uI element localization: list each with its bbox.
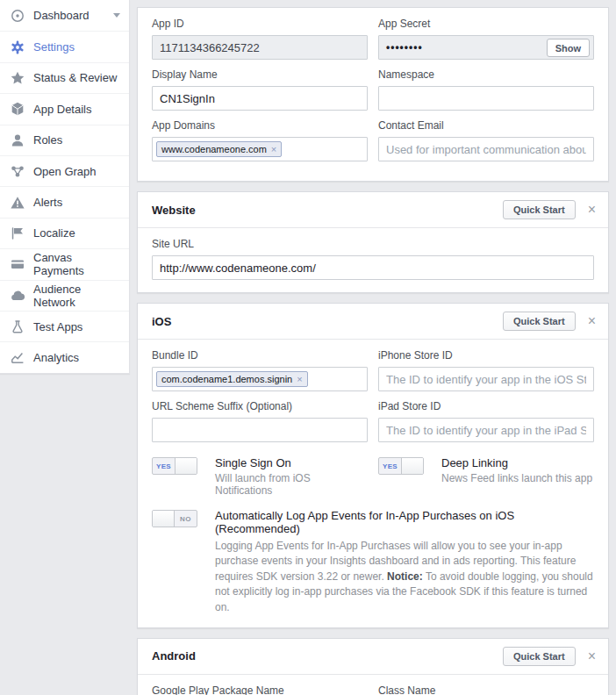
sidebar-item-open-graph[interactable]: Open Graph [0, 155, 129, 186]
close-icon[interactable]: × [588, 203, 596, 217]
toggle-knob [175, 458, 197, 474]
app-domain-token: www.codenameone.com× [156, 141, 282, 157]
sidebar-item-audience-network[interactable]: Audience Network [0, 280, 129, 311]
app-domains-label: App Domains [152, 119, 368, 132]
sidebar-item-label: Test Apps [33, 320, 82, 333]
ios-quick-start-button[interactable]: Quick Start [503, 312, 576, 331]
sidebar-item-alerts[interactable]: Alerts [0, 186, 129, 217]
notice-label: Notice: [387, 570, 423, 583]
warning-icon [11, 196, 25, 210]
chevron-down-icon[interactable] [113, 13, 120, 18]
sidebar-item-roles[interactable]: Roles [0, 125, 129, 155]
sidebar-item-dashboard[interactable]: Dashboard [0, 0, 129, 31]
website-quick-start-button[interactable]: Quick Start [503, 200, 576, 219]
basic-settings-card: App ID 1171134366245722 App Secret •••••… [137, 7, 609, 182]
ios-section-title: iOS [152, 315, 171, 328]
close-icon[interactable]: × [588, 649, 596, 663]
app-id-value: 1171134366245722 [160, 41, 260, 54]
iphone-store-id-input[interactable] [378, 367, 594, 391]
ios-sso-subtitle: Will launch from iOS Notifications [215, 472, 368, 497]
app-secret-field[interactable]: •••••••• Show [378, 35, 594, 60]
ios-auto-log-events-toggle[interactable]: NO [152, 510, 197, 527]
close-icon[interactable]: × [588, 314, 596, 328]
sidebar-item-label: App Details [33, 103, 91, 116]
bundle-id-label: Bundle ID [152, 349, 368, 362]
ios-auto-log-title: Automatically Log App Events for In-App … [215, 509, 594, 535]
card-icon [11, 257, 25, 271]
sidebar-item-label: Alerts [33, 196, 62, 209]
app-secret-label: App Secret [378, 18, 594, 30]
show-secret-button[interactable]: Show [547, 39, 590, 57]
remove-token-icon[interactable]: × [271, 145, 276, 154]
ios-deep-linking-subtitle: News Feed links launch this app [441, 472, 592, 484]
namespace-label: Namespace [378, 68, 594, 81]
sidebar-item-label: Localize [33, 226, 75, 240]
url-scheme-suffix-input[interactable] [152, 418, 368, 442]
contact-email-input[interactable] [378, 137, 594, 161]
cloud-icon [11, 289, 25, 303]
person-icon [11, 133, 25, 147]
sidebar-item-analytics[interactable]: Analytics [0, 341, 129, 372]
bundle-id-input[interactable]: com.codename1.demos.signin× [152, 367, 368, 391]
sidebar-item-label: Audience Network [33, 283, 120, 309]
sidebar-item-canvas-payments[interactable]: Canvas Payments [0, 248, 129, 279]
site-url-input[interactable] [152, 255, 594, 280]
android-card: Android Quick Start × Google Play Packag… [137, 638, 609, 695]
sidebar-item-settings[interactable]: Settings [0, 31, 129, 61]
app-id-field[interactable]: 1171134366245722 [152, 35, 368, 60]
dashboard-icon [11, 9, 25, 23]
sidebar-item-label: Canvas Payments [33, 251, 120, 277]
ios-sso-title: Single Sign On [215, 456, 368, 469]
bundle-id-token: com.codename1.demos.signin× [156, 371, 308, 387]
site-url-label: Site URL [152, 238, 594, 250]
ios-deep-linking-title: Deep Linking [441, 456, 592, 469]
sidebar-item-test-apps[interactable]: Test Apps [0, 311, 129, 341]
cube-icon [11, 102, 25, 116]
gear-icon [11, 40, 25, 54]
sidebar-item-label: Dashboard [33, 9, 90, 22]
url-scheme-suffix-label: URL Scheme Suffix (Optional) [152, 400, 368, 412]
ios-deep-linking-toggle[interactable]: YES [378, 457, 424, 475]
sidebar-item-label: Roles [33, 133, 62, 147]
app-secret-value: •••••••• [386, 41, 423, 54]
toggle-knob [401, 458, 423, 474]
ios-auto-log-description: Logging App Events for In-App Purchases … [215, 539, 594, 615]
namespace-input[interactable] [378, 86, 594, 111]
ios-card: iOS Quick Start × Bundle ID com.codename… [137, 303, 609, 628]
app-domains-input[interactable]: www.codenameone.com× [152, 137, 368, 161]
sidebar-item-label: Open Graph [33, 165, 97, 178]
contact-email-label: Contact Email [378, 119, 594, 132]
sidebar: Dashboard Settings Status & Review App D… [0, 0, 130, 374]
website-section-title: Website [152, 204, 196, 217]
sidebar-item-label: Status & Review [33, 71, 117, 84]
website-card: Website Quick Start × Site URL [137, 191, 609, 293]
ios-single-sign-on-toggle[interactable]: YES [152, 457, 197, 475]
settings-main: App ID 1171134366245722 App Secret •••••… [137, 7, 609, 695]
sidebar-item-label: Settings [33, 40, 75, 54]
iphone-store-id-label: iPhone Store ID [378, 349, 594, 362]
remove-token-icon[interactable]: × [297, 375, 302, 384]
sidebar-item-app-details[interactable]: App Details [0, 93, 129, 124]
flag-icon [11, 226, 25, 240]
display-name-label: Display Name [152, 68, 368, 81]
toggle-knob [153, 511, 175, 527]
android-section-title: Android [152, 649, 196, 663]
flask-icon [11, 319, 25, 333]
chart-icon [11, 350, 25, 364]
sidebar-item-localize[interactable]: Localize [0, 218, 129, 248]
sidebar-item-label: Analytics [33, 351, 79, 364]
google-play-package-label: Google Play Package Name [152, 684, 368, 695]
ipad-store-id-input[interactable] [378, 418, 594, 442]
nodes-icon [11, 164, 25, 178]
star-icon [11, 71, 25, 85]
display-name-input[interactable] [152, 86, 368, 111]
android-quick-start-button[interactable]: Quick Start [503, 647, 576, 666]
ipad-store-id-label: iPad Store ID [378, 400, 594, 412]
app-id-label: App ID [152, 18, 368, 30]
class-name-label: Class Name [378, 684, 594, 695]
sidebar-item-status-review[interactable]: Status & Review [0, 62, 129, 93]
